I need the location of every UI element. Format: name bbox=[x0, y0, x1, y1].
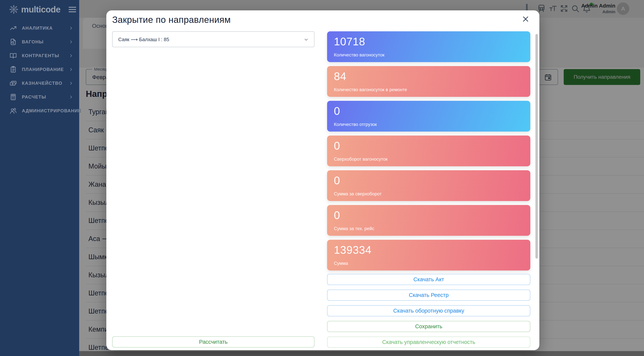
chevron-right-icon bbox=[68, 26, 74, 31]
sidebar-item-planning[interactable]: ПЛАНИРОВАНИЕ bbox=[0, 63, 79, 76]
stat-label: Количество вагоносуток bbox=[334, 52, 524, 58]
stat-card-wagon-days: 10718 Количество вагоносуток bbox=[327, 31, 530, 62]
planning-icon bbox=[10, 66, 17, 73]
wagons-icon bbox=[10, 38, 17, 46]
sidebar-item-label: АДМИНИСТРИРОВАНИЕ bbox=[22, 108, 82, 113]
calculations-icon bbox=[10, 93, 17, 101]
direction-select[interactable]: Саяк ⟶ Балхаш I : 85 bbox=[112, 31, 314, 47]
stat-value: 84 bbox=[334, 70, 524, 82]
chevron-right-icon bbox=[68, 67, 74, 72]
actions-column: Скачать Акт Скачать Реестр Скачать оборо… bbox=[327, 274, 530, 348]
sidebar-item-calculations[interactable]: РАСЧЕТЫ bbox=[0, 90, 79, 104]
sidebar-item-administration[interactable]: АДМИНИСТРИРОВАНИЕ bbox=[0, 104, 79, 118]
sidebar-item-contractors[interactable]: КОНТРАГЕНТЫ bbox=[0, 49, 79, 63]
stat-label: Сумма bbox=[334, 261, 524, 266]
sidebar-item-label: РАСЧЕТЫ bbox=[22, 94, 68, 100]
stat-value: 0 bbox=[334, 174, 524, 187]
stat-label: Количество вагоносуток в ремонте bbox=[334, 87, 524, 92]
sidebar: multicode АНАЛИТИКА ВАГОНЫ КОНТРАГЕНТЫ bbox=[0, 0, 79, 356]
treasury-icon bbox=[10, 79, 17, 87]
stats-column: 10718 Количество вагоносуток 84 Количест… bbox=[327, 31, 530, 270]
modal-title: Закрытие по направлениям bbox=[112, 15, 231, 25]
app-screen: multicode АНАЛИТИКА ВАГОНЫ КОНТРАГЕНТЫ bbox=[0, 0, 644, 356]
administration-icon bbox=[10, 107, 17, 115]
chevron-right-icon bbox=[68, 40, 74, 44]
brand-name: multicode bbox=[21, 4, 60, 15]
direction-select-value: Саяк ⟶ Балхаш I : 85 bbox=[118, 37, 169, 43]
download-management-report-button[interactable]: Скачать управленческую отчетность bbox=[327, 336, 530, 348]
download-act-button[interactable]: Скачать Акт bbox=[327, 274, 530, 285]
stat-card-overturn-sum: 0 Сумма за сверхоборот bbox=[327, 170, 530, 201]
modal-scrollbar[interactable] bbox=[536, 34, 538, 259]
close-icon[interactable] bbox=[522, 15, 530, 23]
sidebar-item-analytics[interactable]: АНАЛИТИКА bbox=[0, 21, 79, 35]
stat-label: Сумма за сверхоборот bbox=[334, 191, 524, 197]
chevron-right-icon bbox=[68, 95, 74, 99]
multicode-logo-icon bbox=[9, 5, 18, 14]
contractors-icon bbox=[10, 52, 17, 60]
chevron-down-icon bbox=[304, 37, 309, 42]
stat-value: 0 bbox=[334, 209, 524, 221]
sidebar-item-wagons[interactable]: ВАГОНЫ bbox=[0, 35, 79, 49]
sidebar-item-label: КОНТРАГЕНТЫ bbox=[22, 53, 68, 58]
calculate-button[interactable]: Рассчитать bbox=[112, 336, 314, 347]
sidebar-item-label: ПЛАНИРОВАНИЕ bbox=[22, 67, 68, 72]
logo-row: multicode bbox=[0, 0, 79, 19]
sidebar-nav: АНАЛИТИКА ВАГОНЫ КОНТРАГЕНТЫ ПЛАНИРОВАНИ… bbox=[0, 19, 79, 118]
analytics-icon bbox=[10, 24, 17, 32]
stat-value: 0 bbox=[334, 139, 524, 152]
chevron-right-icon bbox=[68, 81, 74, 86]
stat-value: 10718 bbox=[334, 35, 524, 48]
menu-toggle-icon[interactable] bbox=[68, 7, 76, 12]
sidebar-item-label: КАЗНАЧЕЙСТВО bbox=[22, 81, 68, 86]
stat-card-total-sum: 139334 Сумма bbox=[327, 240, 530, 270]
download-turnover-reference-button[interactable]: Скачать оборотную справку bbox=[327, 305, 530, 316]
stat-label: Количество отгрузок bbox=[334, 122, 524, 127]
stat-card-overturn-wagon-days: 0 Сверхоборот вагоносуток bbox=[327, 135, 530, 166]
sidebar-item-treasury[interactable]: КАЗНАЧЕЙСТВО bbox=[0, 76, 79, 90]
chevron-right-icon bbox=[68, 53, 74, 58]
closing-by-directions-modal: Закрытие по направлениям Саяк ⟶ Балхаш I… bbox=[106, 10, 539, 350]
sidebar-item-label: АНАЛИТИКА bbox=[22, 26, 68, 31]
download-registry-button[interactable]: Скачать Реестр bbox=[327, 290, 530, 301]
stat-value: 0 bbox=[334, 105, 524, 117]
stat-label: Сумма за тех. рейс bbox=[334, 226, 524, 231]
sidebar-item-label: ВАГОНЫ bbox=[22, 39, 68, 45]
stat-label: Сверхоборот вагоносуток bbox=[334, 156, 524, 162]
stat-card-shipments: 0 Количество отгрузок bbox=[327, 101, 530, 132]
stat-card-wagon-days-repair: 84 Количество вагоносуток в ремонте bbox=[327, 66, 530, 97]
stat-value: 139334 bbox=[334, 244, 524, 256]
save-button[interactable]: Сохранить bbox=[327, 321, 530, 332]
stat-card-tech-trip-sum: 0 Сумма за тех. рейс bbox=[327, 205, 530, 236]
